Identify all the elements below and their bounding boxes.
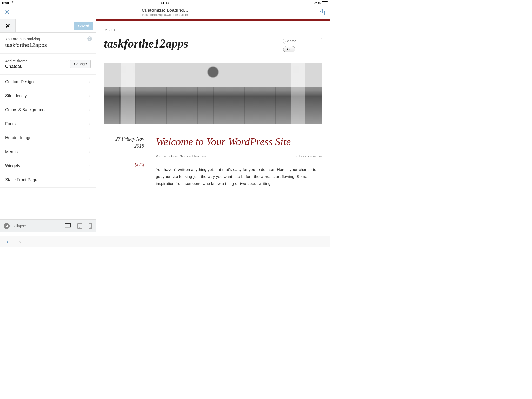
post-title[interactable]: Welcome to Your WordPress Site — [156, 136, 322, 148]
menu-item-label: Widgets — [5, 164, 20, 168]
post-date: 27 Friday Nov 2015 [Edit] — [104, 136, 144, 187]
saved-button[interactable]: Saved — [74, 22, 93, 30]
svg-rect-1 — [67, 228, 69, 228]
nav-back-icon[interactable]: ‹ — [6, 238, 9, 245]
menu-item-header-image[interactable]: Header Image › — [0, 131, 96, 145]
menu-item-colors-backgrounds[interactable]: Colors & Backgrounds › — [0, 103, 96, 117]
close-icon[interactable]: ✕ — [5, 9, 10, 16]
chevron-right-icon: › — [89, 79, 91, 84]
preview-pane: ABOUT taskforthe12apps Go 27 Friday Nov … — [96, 19, 330, 232]
chevron-right-icon: › — [89, 177, 91, 183]
theme-name: Chateau — [5, 64, 28, 69]
active-theme-label: Active theme — [5, 59, 28, 63]
chevron-right-icon: › — [89, 93, 91, 98]
desktop-preview-icon[interactable] — [65, 223, 71, 229]
collapse-label: Collapse — [12, 224, 26, 228]
customizer-panel: ✕ Saved You are customizing taskforthe12… — [0, 19, 96, 232]
nav-forward-icon[interactable]: › — [19, 238, 21, 245]
menu-item-label: Custom Design — [5, 79, 34, 84]
mobile-preview-icon[interactable] — [89, 223, 92, 229]
chevron-right-icon: › — [89, 121, 91, 127]
menu-item-static-front-page[interactable]: Static Front Page › — [0, 173, 96, 188]
customizer-close-button[interactable]: ✕ — [0, 19, 16, 32]
help-icon[interactable]: ? — [87, 36, 92, 41]
category-link[interactable]: Uncategorized — [192, 155, 213, 158]
chevron-right-icon: › — [89, 107, 91, 112]
change-theme-button[interactable]: Change — [70, 60, 91, 68]
author-link[interactable]: Agata Sadza — [171, 155, 188, 158]
chevron-right-icon: › — [89, 135, 91, 141]
svg-point-5 — [90, 228, 91, 228]
menu-item-label: Menus — [5, 150, 18, 154]
device-label: iPad — [2, 1, 9, 5]
menu-item-label: Static Front Page — [5, 178, 37, 182]
status-time: 11:13 — [161, 1, 169, 5]
wifi-icon — [10, 1, 15, 4]
header-image — [104, 63, 322, 124]
menu-item-custom-design[interactable]: Custom Design › — [0, 75, 96, 89]
browser-chrome: ✕ Customize: Loading… taskforthe12apps.w… — [0, 5, 330, 19]
divider — [104, 59, 322, 59]
edit-link[interactable]: [Edit] — [104, 162, 144, 167]
search-go-button[interactable]: Go — [283, 46, 295, 52]
battery-icon — [322, 1, 328, 4]
collapse-button[interactable]: ◀ Collapse — [4, 223, 26, 229]
customizing-label: You are customizing — [5, 37, 91, 41]
bottom-nav: ‹ › — [0, 236, 330, 247]
post-body: You haven't written anything yet, but th… — [156, 166, 322, 187]
chevron-right-icon: › — [89, 163, 91, 169]
menu-item-widgets[interactable]: Widgets › — [0, 159, 96, 173]
status-bar: iPad 11:13 95% — [0, 0, 330, 5]
menu-item-menus[interactable]: Menus › — [0, 145, 96, 159]
tablet-preview-icon[interactable] — [77, 223, 82, 229]
chevron-right-icon: › — [89, 149, 91, 155]
battery-percent: 95% — [314, 1, 321, 5]
menu-item-label: Header Image — [5, 136, 31, 140]
chrome-subtitle: taskforthe12apps.wordpress.com — [142, 13, 188, 17]
share-icon[interactable] — [320, 9, 325, 16]
menu-item-label: Site Identity — [5, 94, 27, 98]
about-link[interactable]: ABOUT — [104, 21, 322, 32]
chrome-title: Customize: Loading… — [142, 8, 188, 13]
svg-point-3 — [79, 228, 80, 228]
site-title[interactable]: taskforthe12apps — [104, 37, 188, 50]
collapse-arrow-icon: ◀ — [4, 223, 10, 229]
leave-comment-link[interactable]: Leave a comment — [299, 155, 322, 158]
search-input[interactable] — [283, 38, 322, 44]
menu-item-label: Fonts — [5, 122, 16, 126]
post-meta: Posted by Agata Sadza in Uncategorized ≈… — [156, 155, 322, 158]
menu-item-fonts[interactable]: Fonts › — [0, 117, 96, 131]
menu-item-label: Colors & Backgrounds — [5, 108, 46, 112]
customizer-site-name: taskforthe12apps — [5, 42, 91, 48]
menu-item-site-identity[interactable]: Site Identity › — [0, 89, 96, 103]
svg-rect-0 — [65, 223, 71, 227]
